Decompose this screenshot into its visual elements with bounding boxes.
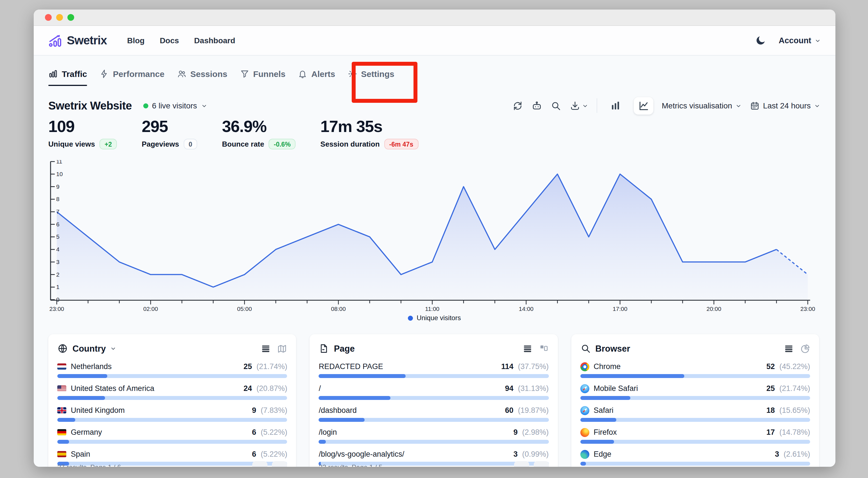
row-label: United States of America	[71, 384, 239, 393]
flag-es-icon	[57, 451, 66, 457]
map-view-icon[interactable]	[277, 344, 287, 354]
svg-text:02:00: 02:00	[143, 306, 158, 312]
row-value: 3	[514, 450, 518, 458]
legend-dot-icon	[408, 315, 413, 320]
visitors-area-chart[interactable]: 0123456789101123:0002:0005:0008:0011:001…	[48, 160, 820, 313]
panel-row-firefox[interactable]: Firefox17(14.78%)	[580, 426, 810, 444]
stat-value: 36.9%	[222, 117, 296, 136]
panel-header: Page	[319, 343, 549, 354]
row-label: /dashboard	[319, 406, 501, 415]
nav-link-dashboard[interactable]: Dashboard	[194, 36, 235, 45]
row-top: /login9(2.98%)	[319, 426, 549, 438]
nav-link-blog[interactable]: Blog	[127, 36, 144, 45]
tab-funnels[interactable]: Funnels	[240, 69, 285, 86]
metrics-visualisation-dropdown[interactable]: Metrics visualisation	[662, 101, 742, 110]
row-progress-fill	[57, 418, 75, 422]
live-visitors-dropdown[interactable]: 6 live visitors	[143, 101, 207, 110]
panel-row--[interactable]: /94(31.13%)	[319, 383, 549, 400]
row-label: Firefox	[594, 428, 762, 437]
date-range-label: Last 24 hours	[763, 101, 811, 110]
row-progress-track	[319, 396, 549, 400]
svg-text:20:00: 20:00	[707, 306, 721, 312]
row-top: Spain6(5.22%)	[57, 448, 287, 460]
details-view-icon[interactable]	[538, 344, 549, 354]
stats-row: 109Unique views+2295Pageviews036.9%Bounc…	[48, 117, 418, 150]
tab-performance[interactable]: Performance	[99, 69, 164, 86]
panel-header: Browser	[580, 343, 810, 354]
search-icon[interactable]	[551, 100, 561, 111]
safari-browser-icon	[580, 384, 589, 393]
close-window-button[interactable]	[45, 14, 52, 21]
date-range-dropdown[interactable]: Last 24 hours	[750, 101, 820, 110]
stat-unique-views[interactable]: 109Unique views+2	[48, 117, 117, 150]
account-menu[interactable]: Account	[779, 36, 821, 45]
row-label: /	[319, 384, 501, 393]
nav-link-docs[interactable]: Docs	[160, 36, 179, 45]
next-page-button[interactable]: →	[272, 461, 287, 467]
tab-sessions[interactable]: Sessions	[177, 69, 227, 86]
chevron-down-icon	[815, 37, 821, 43]
row-percent: (7.83%)	[261, 406, 287, 415]
row-label: Spain	[71, 450, 247, 458]
swetrix-logo[interactable]: Swetrix	[48, 33, 107, 47]
results-count: 23 results. Page 1 / 5	[319, 464, 382, 467]
panel-row-edge[interactable]: Edge3(2.61%)	[580, 448, 810, 466]
chevron-down-icon	[582, 102, 588, 109]
panel-row-safari[interactable]: Safari18(15.65%)	[580, 405, 810, 422]
panel-page: PageREDACTED PAGE114(37.75%)/94(31.13%)/…	[310, 334, 558, 467]
bolt-icon	[99, 69, 109, 78]
list-view-icon[interactable]	[522, 344, 532, 354]
export-dropdown[interactable]	[570, 100, 588, 111]
stat-label: Session duration	[320, 140, 380, 148]
row-label: Netherlands	[71, 362, 239, 371]
svg-text:05:00: 05:00	[237, 306, 252, 312]
previous-page-button[interactable]: ←	[252, 461, 268, 467]
panel-row--dashboard[interactable]: /dashboard60(19.87%)	[319, 405, 549, 422]
row-value: 24	[244, 384, 252, 393]
svg-text:4: 4	[56, 246, 60, 253]
panel-row-redacted-page[interactable]: REDACTED PAGE114(37.75%)	[319, 361, 549, 378]
tab-settings[interactable]: Settings	[347, 69, 394, 86]
panel-row-united-states-of-america[interactable]: United States of America24(20.87%)	[57, 383, 287, 400]
list-view-icon[interactable]	[784, 344, 794, 354]
list-view-icon[interactable]	[261, 344, 271, 354]
svg-text:9: 9	[56, 183, 60, 190]
bar-chart-view-toggle[interactable]	[606, 97, 625, 114]
line-chart-view-toggle-active[interactable]	[634, 97, 653, 114]
next-page-button[interactable]: →	[533, 461, 549, 467]
minimize-window-button[interactable]	[56, 14, 63, 21]
stat-pageviews[interactable]: 295Pageviews0	[142, 117, 197, 150]
globe-icon	[57, 343, 68, 354]
svg-text:11:00: 11:00	[425, 306, 439, 312]
pie-view-icon[interactable]	[800, 344, 810, 354]
panel-row-mobile-safari[interactable]: Mobile Safari25(21.74%)	[580, 383, 810, 400]
panel-row-chrome[interactable]: Chrome52(45.22%)	[580, 361, 810, 378]
row-label: Safari	[594, 406, 762, 415]
panel-row-netherlands[interactable]: Netherlands25(21.74%)	[57, 361, 287, 378]
chevron-down-icon	[736, 102, 742, 109]
pager: ←→	[252, 461, 287, 467]
previous-page-button[interactable]: ←	[514, 461, 529, 467]
panel-title[interactable]: Country	[72, 344, 106, 354]
row-progress-track	[57, 374, 287, 378]
chevron-down-icon	[814, 102, 820, 109]
stat-change-badge: -6m 47s	[384, 139, 418, 150]
dark-mode-toggle-moon-icon[interactable]	[755, 35, 766, 46]
stat-bounce-rate[interactable]: 36.9%Bounce rate-0.6%	[222, 117, 296, 150]
document-icon	[319, 343, 330, 354]
row-top: United States of America24(20.87%)	[57, 383, 287, 394]
stat-session-duration[interactable]: 17m 35sSession duration-6m 47s	[320, 117, 418, 150]
panel-row--login[interactable]: /login9(2.98%)	[319, 426, 549, 444]
chart-legend[interactable]: Unique visitors	[48, 314, 820, 322]
panel-header: Country	[57, 343, 287, 354]
panel-row-united-kingdom[interactable]: United Kingdom9(7.83%)	[57, 405, 287, 422]
screenshot-stage: Swetrix Blog Docs Dashboard Account Traf…	[0, 0, 868, 478]
tab-traffic[interactable]: Traffic	[48, 69, 87, 86]
tab-alerts[interactable]: Alerts	[298, 69, 335, 86]
svg-text:17:00: 17:00	[613, 306, 627, 312]
bot-icon[interactable]	[531, 100, 542, 111]
panel-row-germany[interactable]: Germany6(5.22%)	[57, 426, 287, 444]
refresh-icon[interactable]	[513, 100, 523, 111]
zoom-window-button[interactable]	[67, 14, 74, 21]
firefox-browser-icon	[580, 428, 589, 437]
